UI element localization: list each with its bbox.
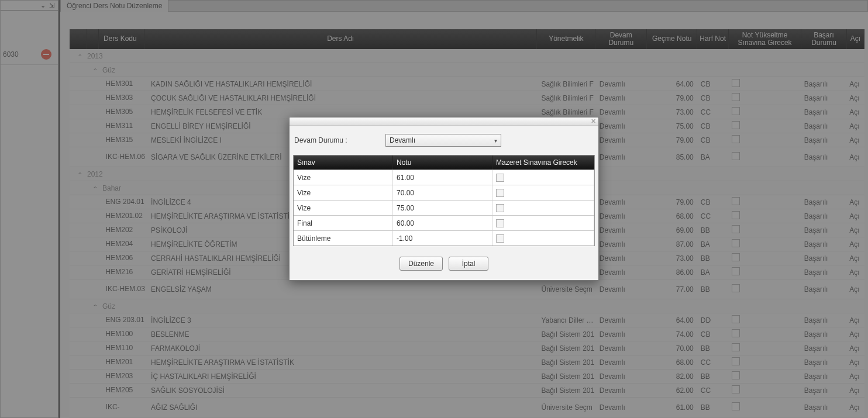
cell-gecme: 73.00 (648, 254, 698, 262)
exam-row[interactable]: Vize75.00 (294, 200, 594, 215)
cell-mazeret (492, 201, 594, 215)
checkbox-icon[interactable] (732, 121, 740, 129)
group-term[interactable]: Güz (70, 63, 864, 77)
exam-row[interactable]: Bütünleme-1.00 (294, 230, 594, 246)
pin-icon[interactable]: ⇲ (49, 2, 54, 9)
side-toolbar: ⌄ ⇲ (0, 0, 58, 11)
table-row[interactable]: HEM301KADIN SAĞLIĞI VE HASTALIKLARI HEMŞ… (70, 77, 864, 91)
col-harf-not[interactable]: Harf Not (697, 29, 729, 49)
col-not-yukseltme[interactable]: Not Yükseltme Sınavına Girecek (729, 29, 801, 49)
tab-bar: Öğrenci Ders Notu Düzenleme (60, 0, 868, 12)
group-year[interactable]: 2013 (70, 49, 864, 63)
checkbox-icon[interactable] (732, 253, 740, 261)
table-row[interactable]: IKC-HEM.03ENGELSİZ YAŞAMÜniversite SeçmD… (70, 279, 864, 299)
collapse-icon[interactable] (73, 52, 87, 60)
cell-aciklama: Açı (847, 285, 864, 293)
cell-not-yukseltme (729, 343, 801, 353)
checkbox-icon[interactable] (732, 107, 740, 115)
collapse-icon[interactable] (88, 184, 102, 192)
checkbox-icon[interactable] (732, 371, 740, 379)
cell-basari: Başarılı (802, 153, 848, 161)
exam-row[interactable]: Final60.00 (294, 215, 594, 230)
checkbox-icon[interactable] (732, 225, 740, 233)
chevron-down-icon: ▾ (494, 137, 497, 144)
collapse-icon[interactable] (88, 302, 102, 310)
checkbox-icon[interactable] (732, 284, 740, 292)
checkbox-icon[interactable] (496, 219, 504, 227)
cell-harf: CC (698, 386, 730, 395)
checkbox-icon[interactable] (732, 315, 740, 323)
edit-button[interactable]: Düzenle (399, 257, 443, 271)
cell-name: KADIN SAĞLIĞI VE HASTALIKLARI HEMŞİRELİĞ… (149, 80, 539, 88)
checkbox-icon[interactable] (732, 343, 740, 351)
cell-devam: Devamlı (597, 212, 648, 220)
cell-harf: DD (698, 316, 730, 324)
table-row[interactable]: HEM201HEMŞİRELİKTE ARAŞTIRMA VE İSTATİST… (70, 355, 864, 369)
cell-name: SAĞLIK SOSYOLOJİSİ (149, 386, 539, 395)
attendance-combo[interactable]: Devamlı ▾ (385, 134, 501, 147)
checkbox-icon[interactable] (732, 135, 740, 143)
chevron-down-icon[interactable]: ⌄ (40, 2, 46, 9)
table-row[interactable]: HEM303ÇOCUK SAĞLIĞI VE HASTALIKLARI HEMŞ… (70, 91, 864, 105)
table-row[interactable]: HEM203İÇ HASTALIKLARI HEMŞİRELİĞİBağıl S… (70, 369, 864, 384)
col-ders-kodu[interactable]: Ders Kodu (99, 29, 144, 49)
cell-basari: Başarılı (802, 212, 848, 220)
checkbox-icon[interactable] (732, 93, 740, 101)
cancel-button[interactable]: İptal (449, 257, 488, 271)
checkbox-icon[interactable] (496, 189, 504, 197)
cell-code: HEM311 (104, 122, 149, 130)
collapse-icon[interactable] (88, 66, 102, 74)
checkbox-icon[interactable] (732, 385, 740, 393)
checkbox-icon[interactable] (732, 402, 740, 410)
table-row[interactable]: IKC-AĞIZ SAĞLIĞIÜniversite SeçmDevamlı61… (70, 398, 864, 417)
remove-icon[interactable] (41, 49, 51, 60)
checkbox-icon[interactable] (732, 267, 740, 275)
cell-devam: Devamlı (597, 386, 648, 395)
cell-name: BESLENME (149, 330, 539, 338)
checkbox-icon[interactable] (732, 197, 740, 205)
col-devam-durumu[interactable]: Devam Durumu (595, 29, 647, 49)
col-ders-adi[interactable]: Ders Adı (144, 29, 537, 49)
checkbox-icon[interactable] (732, 239, 740, 247)
collapse-icon[interactable] (73, 170, 87, 178)
checkbox-icon[interactable] (732, 79, 740, 87)
group-term[interactable]: Güz (70, 299, 864, 313)
cell-aciklama: Açı (847, 316, 864, 324)
checkbox-icon[interactable] (496, 234, 504, 243)
student-code: 6030 (1, 50, 35, 58)
tab-edit-grades[interactable]: Öğrenci Ders Notu Düzenleme (61, 0, 168, 12)
col-sinav[interactable]: Sınav (294, 156, 393, 170)
table-row[interactable]: ENG 203.01İNGİLİZCE 3Yabancı Diller YüDe… (70, 313, 864, 327)
checkbox-icon[interactable] (732, 211, 740, 219)
dialog-titlebar[interactable]: ✕ (290, 118, 598, 126)
table-row[interactable]: HEM100BESLENMEBağıl Sistem 201Devamlı74.… (70, 327, 864, 341)
cell-yonetmelik: Üniversite Seçm (539, 403, 597, 412)
close-icon[interactable]: ✕ (591, 118, 596, 125)
exam-row[interactable]: Vize70.00 (294, 185, 594, 200)
checkbox-icon[interactable] (732, 329, 740, 337)
cell-not-yukseltme (729, 371, 801, 381)
cell-name: HEMŞİRELİKTE ARAŞTIRMA VE İSTATİSTİK (149, 358, 539, 367)
cell-code: HEM216 (104, 268, 149, 276)
col-notu[interactable]: Notu (393, 156, 492, 170)
col-yonetmelik[interactable]: Yönetmelik (537, 29, 595, 49)
table-row[interactable]: HEM110FARMAKOLOJİBağıl Sistem 201Devamlı… (70, 341, 864, 355)
left-panel-row[interactable]: 6030 (1, 44, 58, 65)
checkbox-icon[interactable] (496, 174, 504, 182)
col-gecme-notu[interactable]: Geçme Notu (647, 29, 697, 49)
cell-code: HEM315 (104, 136, 149, 144)
col-aciklama[interactable]: Açı (847, 29, 864, 49)
cell-gecme: 68.00 (648, 212, 698, 220)
attendance-combo-value: Devamlı (390, 136, 415, 144)
checkbox-icon[interactable] (732, 152, 740, 160)
cell-yonetmelik: Sağlık Bilimleri F (539, 80, 597, 88)
col-mazeret[interactable]: Mazeret Sınavına Girecek (492, 156, 594, 170)
cell-gecme: 74.00 (648, 330, 698, 338)
cell-sinav: Vize (294, 201, 393, 215)
exam-row[interactable]: Vize61.00 (294, 170, 594, 185)
cell-code: HEM201.02 (104, 212, 149, 220)
col-basari-durumu[interactable]: Başarı Durumu (801, 29, 847, 49)
checkbox-icon[interactable] (732, 357, 740, 365)
table-row[interactable]: HEM205SAĞLIK SOSYOLOJİSİBağıl Sistem 201… (70, 384, 864, 398)
checkbox-icon[interactable] (496, 204, 504, 212)
